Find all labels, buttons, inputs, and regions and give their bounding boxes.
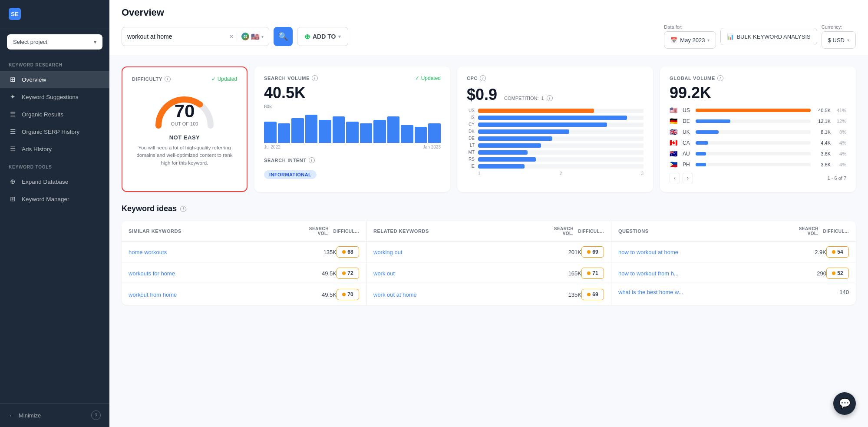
cpc-bar-row: MT <box>467 150 644 155</box>
cpc-country-label: US <box>467 108 475 113</box>
metrics-cards-row: DIFFICULTY i ✓ Updated <box>122 66 856 192</box>
gv-country-row: 🇺🇸 US 40.5K 41% <box>670 106 846 114</box>
gv-pagination: ‹ › 1 - 6 of 7 <box>670 173 846 183</box>
cpc-axis: 123 <box>467 171 644 176</box>
sv-updated-badge: ✓ Updated <box>415 75 441 81</box>
sidebar-item-organic-results[interactable]: ☰ Organic Results <box>0 106 109 123</box>
currency-label: Currency: <box>822 24 842 30</box>
keyword-volume: 49.5K <box>310 270 337 277</box>
date-picker-button[interactable]: 📅 May 2023 ▾ <box>664 31 716 49</box>
data-for-label: Data for: <box>664 24 682 30</box>
cpc-bar-fill <box>478 164 525 169</box>
cpc-bar-row: IS <box>467 115 644 120</box>
sidebar-item-ads-history[interactable]: ☰ Ads History <box>0 140 109 158</box>
project-select-label: Select project <box>13 39 47 45</box>
sidebar-section-keyword-research: KEYWORD RESEARCH <box>0 56 109 71</box>
difficulty-card: DIFFICULTY i ✓ Updated <box>122 66 248 192</box>
cpc-country-label: IS <box>467 115 475 120</box>
difficulty-label: DIFFICULTY i <box>132 76 171 82</box>
keyword-link[interactable]: workout from home <box>129 291 310 298</box>
keyword-ideas-info-icon[interactable]: i <box>180 206 186 212</box>
bulk-keyword-analysis-button[interactable]: 📊 BULK KEYWORD ANALYSIS <box>720 28 817 45</box>
cpc-info-icon[interactable]: i <box>480 75 486 81</box>
sv-axis: Jul 2022 Jan 2023 <box>264 145 441 149</box>
table-row: home workouts 135K 68 <box>122 242 366 263</box>
country-flag-icon: 🇺🇸 <box>670 106 679 114</box>
country-volume: 8.1K <box>814 129 831 135</box>
cpc-bar-row: RS <box>467 157 644 162</box>
sidebar-logo: SE <box>0 0 109 28</box>
keyword-link[interactable]: how to workout from h... <box>618 270 800 277</box>
help-icon[interactable]: ? <box>91 410 101 420</box>
difficulty-value: 69 <box>592 249 598 255</box>
search-button[interactable]: 🔍 <box>274 27 293 46</box>
country-flag-icon: 🇬🇧 <box>670 128 679 136</box>
keyword-link[interactable]: how to workout at home <box>618 249 800 255</box>
logo-icon: SE <box>9 8 21 20</box>
keyword-ideas-title: Keyword ideas i <box>122 204 856 213</box>
gv-prev-button[interactable]: ‹ <box>670 173 680 183</box>
cpc-bar-track <box>478 143 644 148</box>
table-row: workout from home 49.5K 70 <box>122 284 366 305</box>
competition-info-icon[interactable]: i <box>547 95 553 101</box>
difficulty-info-icon[interactable]: i <box>165 76 171 82</box>
bulk-icon: 📊 <box>727 33 734 40</box>
gv-info-icon[interactable]: i <box>717 75 723 81</box>
keyword-link[interactable]: work out <box>373 270 555 277</box>
country-pct: 12% <box>834 119 846 124</box>
sidebar-item-keyword-manager[interactable]: ⊞ Keyword Manager <box>0 190 109 208</box>
search-input[interactable] <box>127 33 229 40</box>
intent-badge: INFORMATIONAL <box>264 170 317 179</box>
country-code: PH <box>683 162 692 168</box>
sidebar-item-overview[interactable]: ⊞ Overview <box>0 71 109 88</box>
gv-country-row: 🇨🇦 CA 4.4K 4% <box>670 139 846 147</box>
clear-icon[interactable]: ✕ <box>229 33 234 40</box>
difficulty-badge: 54 <box>826 246 849 258</box>
keyword-link[interactable]: home workouts <box>129 249 310 255</box>
gv-country-row: 🇦🇺 AU 3.6K 4% <box>670 150 846 158</box>
sidebar-item-organic-serp-history[interactable]: ☰ Organic SERP History <box>0 123 109 140</box>
cpc-bar-track <box>478 122 644 127</box>
gv-bar-fill <box>696 130 719 134</box>
country-volume: 3.6K <box>814 162 831 167</box>
add-to-button[interactable]: ⊕ ADD TO ▾ <box>297 27 348 46</box>
expand-icon: ⊕ <box>9 178 17 185</box>
country-volume: 4.4K <box>814 140 831 146</box>
search-engine-selector[interactable]: G 🇺🇸 ▾ <box>237 33 264 41</box>
sidebar-item-label: Organic SERP History <box>22 129 79 135</box>
similar-diff-header: DIFFICUL... <box>329 229 359 234</box>
gv-bar-track <box>696 163 811 166</box>
sv-label: SEARCH VOLUME i <box>264 75 318 81</box>
project-select[interactable]: Select project ▾ <box>7 34 102 50</box>
cpc-bar-row: US <box>467 108 644 113</box>
sv-bar <box>264 122 277 143</box>
country-pct: 4% <box>834 151 846 156</box>
global-volume-card: GLOBAL VOLUME i 99.2K 🇺🇸 US 40.5K 41% 🇩🇪… <box>660 66 856 192</box>
currency-button[interactable]: $ USD ▾ <box>822 31 856 49</box>
country-code: UK <box>683 129 692 135</box>
sv-bar <box>305 115 318 143</box>
sv-bar <box>373 120 386 143</box>
keyword-link[interactable]: work out at home <box>373 291 555 298</box>
sv-bar <box>401 125 413 143</box>
intent-info-icon[interactable]: i <box>309 157 315 163</box>
sv-info-icon[interactable]: i <box>312 75 318 81</box>
cpc-bar-fill <box>478 122 607 127</box>
keyword-link[interactable]: workouts for home <box>129 270 310 277</box>
similar-col-title: SIMILAR KEYWORDS <box>129 228 303 234</box>
difficulty-updated-badge: ✓ Updated <box>211 76 237 82</box>
gv-next-button[interactable]: › <box>683 173 693 183</box>
chat-bubble-button[interactable]: 💬 <box>833 392 856 415</box>
keyword-link[interactable]: working out <box>373 249 555 255</box>
table-row: how to workout from h... 290 52 <box>611 263 856 284</box>
sidebar-item-keyword-suggestions[interactable]: ✦ Keyword Suggestions <box>0 88 109 106</box>
similar-vol-header: SEARCH VOL. <box>303 226 329 236</box>
keyword-volume: 2.9K <box>800 249 826 255</box>
sidebar-item-expand-database[interactable]: ⊕ Expand Database <box>0 173 109 190</box>
difficulty-value: 69 <box>592 291 598 298</box>
sv-bar <box>415 127 427 143</box>
minimize-button[interactable]: ← Minimize ? <box>0 403 109 427</box>
keyword-link[interactable]: what is the best home w... <box>618 289 823 295</box>
country-flag-icon: 🇺🇸 <box>251 33 260 41</box>
related-keywords-rows: working out 201K 69 work out 165K 71 wor… <box>366 242 611 305</box>
